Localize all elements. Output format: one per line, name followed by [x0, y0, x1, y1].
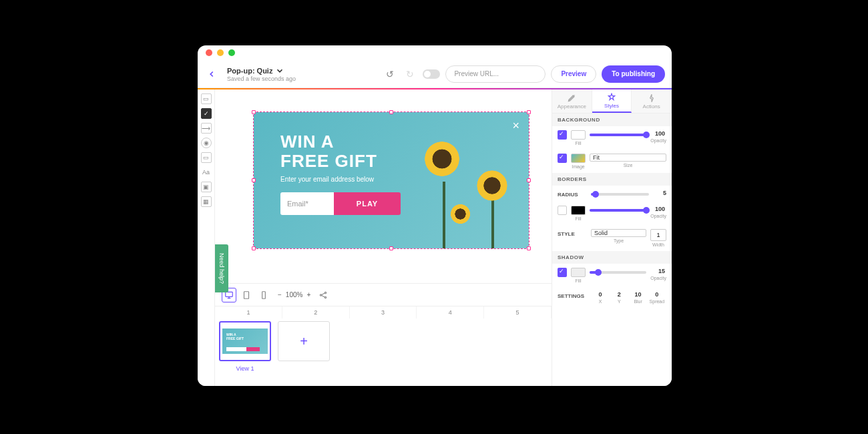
- window-titlebar: [198, 45, 672, 60]
- maximize-window-icon[interactable]: [228, 49, 235, 56]
- redo-button[interactable]: ↻: [403, 67, 417, 81]
- border-fill-swatch[interactable]: [571, 206, 586, 215]
- popup-play-button[interactable]: PLAY: [334, 192, 401, 215]
- shadow-fill-swatch[interactable]: [571, 268, 586, 277]
- section-borders: BORDERS: [552, 173, 672, 186]
- tool-button[interactable]: ⟶: [201, 123, 212, 134]
- properties-panel: Appearance Styles Actions BACKGROUND Fil…: [552, 89, 672, 386]
- document-title[interactable]: Pop-up: Quiz: [227, 66, 296, 75]
- shadow-spread-value[interactable]: 0: [655, 291, 658, 298]
- popup-content: WIN AFREE GIFT Enter your email address …: [254, 112, 401, 215]
- view-label: View 1: [236, 365, 254, 372]
- ruler-mark: 1: [215, 306, 282, 318]
- svg-rect-2: [262, 291, 266, 298]
- tab-appearance[interactable]: Appearance: [552, 89, 592, 113]
- tool-input[interactable]: ▭: [201, 152, 212, 163]
- shadow-fill-checkbox[interactable]: [558, 268, 567, 277]
- close-window-icon[interactable]: [206, 49, 212, 56]
- view-thumbnail-1[interactable]: View 1: [218, 321, 272, 383]
- shadow-blur-value[interactable]: 10: [635, 291, 642, 298]
- section-shadow: SHADOW: [552, 251, 672, 264]
- bg-fill-swatch[interactable]: [571, 130, 586, 140]
- zoom-level: 100%: [286, 291, 303, 298]
- shadow-x-value[interactable]: 0: [599, 291, 602, 298]
- preview-toggle[interactable]: [423, 69, 440, 79]
- tab-styles[interactable]: Styles: [592, 89, 632, 113]
- resize-handle-t[interactable]: [389, 110, 393, 114]
- views-ruler: 1 2 3 4 5: [215, 306, 552, 318]
- shadow-y-value[interactable]: 2: [618, 291, 621, 298]
- back-button[interactable]: [204, 67, 219, 81]
- canvas-area: Need help? × WI: [215, 89, 552, 386]
- plus-icon: +: [300, 334, 308, 349]
- document-title-area: Pop-up: Quiz Saved a few seconds ago: [227, 66, 296, 82]
- design-canvas[interactable]: × WIN AFREE GIFT Enter your email addres…: [215, 89, 552, 283]
- popup-email-input[interactable]: Email*: [280, 192, 334, 215]
- bg-opacity-slider[interactable]: [590, 134, 646, 136]
- resize-handle-l[interactable]: [252, 178, 256, 182]
- preview-url-input[interactable]: Preview URL...: [445, 65, 546, 83]
- device-mobile[interactable]: [256, 288, 271, 302]
- shadow-settings-label: SETTINGS: [558, 291, 587, 299]
- tab-actions[interactable]: Actions: [632, 89, 672, 113]
- popup-background-image: [402, 112, 529, 248]
- device-tablet[interactable]: [239, 288, 254, 302]
- shadow-opacity-slider[interactable]: [590, 271, 646, 274]
- preview-button[interactable]: Preview: [551, 65, 596, 83]
- zoom-controls: − 100% +: [278, 291, 310, 298]
- popup-form: Email* PLAY: [280, 192, 401, 215]
- ruler-mark: 5: [484, 306, 552, 318]
- minimize-window-icon[interactable]: [217, 49, 224, 56]
- svg-point-3: [320, 294, 322, 295]
- tool-radio[interactable]: ◉: [201, 138, 212, 148]
- style-label: STYLE: [558, 229, 587, 237]
- border-radius-slider[interactable]: [591, 193, 649, 196]
- tool-image[interactable]: ▦: [201, 196, 212, 207]
- left-toolbar: ▭ ✓ ⟶ ◉ ▭ Aa ▣ ▦: [198, 89, 215, 386]
- actions-icon: [647, 93, 656, 103]
- bg-image-swatch[interactable]: [571, 154, 586, 163]
- radius-label: RADIUS: [558, 190, 587, 198]
- zoom-in-button[interactable]: +: [306, 291, 310, 298]
- border-type-select[interactable]: Solid: [591, 229, 646, 237]
- undo-button[interactable]: ↺: [383, 67, 397, 81]
- ruler-mark: 2: [282, 306, 350, 318]
- resize-handle-b[interactable]: [389, 246, 393, 250]
- ruler-mark: 3: [350, 306, 417, 318]
- app-window: Pop-up: Quiz Saved a few seconds ago ↺ ↻…: [198, 45, 672, 386]
- bg-fill-checkbox[interactable]: [558, 130, 567, 140]
- tool-checkbox[interactable]: ✓: [201, 108, 212, 119]
- publish-button[interactable]: To publishing: [602, 65, 665, 83]
- border-fill-checkbox[interactable]: [558, 206, 567, 215]
- border-width-input[interactable]: [650, 229, 666, 241]
- resize-handle-tl[interactable]: [252, 110, 256, 114]
- styles-icon: [607, 93, 616, 102]
- panel-tabs: Appearance Styles Actions: [552, 89, 672, 114]
- tool-section[interactable]: ▭: [201, 93, 212, 104]
- zoom-out-button[interactable]: −: [278, 291, 282, 298]
- svg-rect-1: [244, 291, 249, 298]
- section-background: BACKGROUND: [552, 114, 672, 126]
- device-bar: − 100% +: [215, 283, 552, 306]
- tool-container[interactable]: ▣: [201, 182, 212, 192]
- add-view-button[interactable]: +: [276, 321, 331, 383]
- document-title-text: Pop-up: Quiz: [227, 67, 272, 75]
- svg-point-4: [325, 292, 327, 293]
- save-status: Saved a few seconds ago: [227, 75, 296, 82]
- ruler-mark: 4: [417, 306, 484, 318]
- views-panel: 1 2 3 4 5 View 1 +: [215, 306, 552, 386]
- svg-point-5: [325, 296, 327, 298]
- top-bar: Pop-up: Quiz Saved a few seconds ago ↺ ↻…: [198, 60, 672, 88]
- chevron-down-icon: [275, 66, 284, 75]
- views-row: View 1 +: [215, 318, 552, 386]
- popup-subline[interactable]: Enter your email address below: [280, 176, 401, 183]
- popup-headline[interactable]: WIN AFREE GIFT: [280, 132, 401, 170]
- share-button[interactable]: [316, 288, 331, 302]
- bg-size-select[interactable]: Fit: [590, 154, 666, 162]
- tool-text[interactable]: Aa: [201, 167, 212, 178]
- appearance-icon: [567, 93, 576, 103]
- border-opacity-slider[interactable]: [590, 209, 646, 212]
- popup-element[interactable]: × WIN AFREE GIFT Enter your email addres…: [254, 112, 529, 248]
- bg-image-checkbox[interactable]: [558, 154, 567, 163]
- resize-handle-bl[interactable]: [252, 246, 256, 250]
